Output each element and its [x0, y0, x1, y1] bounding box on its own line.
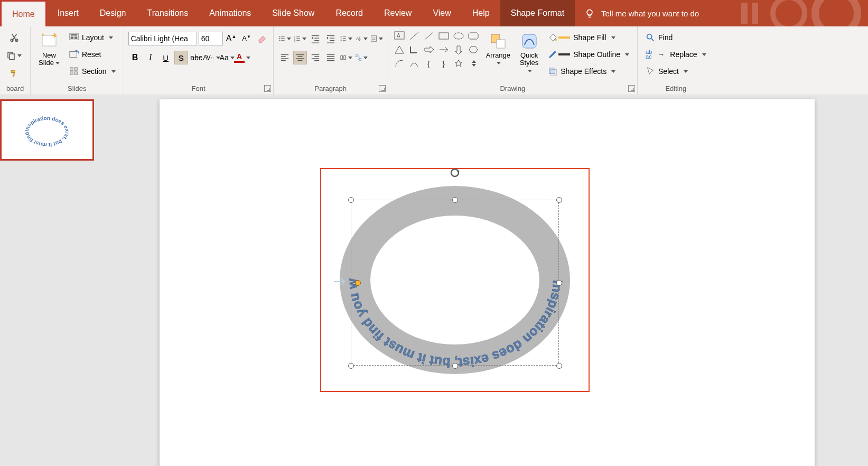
shape-line2[interactable] [422, 30, 436, 42]
font-name-input[interactable] [128, 32, 197, 45]
tab-help[interactable]: Help [462, 0, 500, 26]
svg-text:3: 3 [294, 40, 295, 42]
arrange-button[interactable]: Arrange [482, 30, 514, 70]
format-painter-button[interactable] [4, 67, 24, 80]
shape-fill-button[interactable]: Shape Fill [544, 31, 633, 44]
numbering-button[interactable]: 123 [293, 32, 307, 45]
select-button[interactable]: Select [642, 64, 710, 78]
tab-view[interactable]: View [422, 0, 461, 26]
handle-e[interactable] [556, 280, 562, 286]
outdent-button[interactable] [309, 32, 322, 45]
columns-button[interactable] [339, 51, 353, 64]
drawing-dialog-launcher[interactable] [628, 85, 635, 92]
quick-styles-button[interactable]: Quick Styles [516, 30, 542, 77]
bold-button[interactable]: B [128, 51, 142, 64]
shape-star[interactable] [452, 57, 465, 70]
reset-button[interactable]: Reset [66, 48, 119, 61]
shapes-gallery[interactable]: A { } [393, 30, 480, 70]
shape-oval[interactable] [452, 30, 465, 42]
slide-thumbnails: Inspiration does exist, but it must find… [0, 95, 106, 466]
shape-line[interactable] [407, 30, 421, 42]
shapes-more[interactable] [466, 57, 480, 70]
shape-roundrect[interactable] [466, 30, 480, 42]
arrange-icon [489, 32, 507, 50]
tab-shape-format[interactable]: Shape Format [500, 0, 575, 26]
shape-conn[interactable] [393, 57, 406, 70]
handle-sw[interactable] [348, 363, 354, 369]
find-button[interactable]: Find [642, 31, 710, 44]
change-case-button[interactable]: Aa [220, 51, 234, 64]
layout-button[interactable]: Layout [66, 31, 119, 44]
underline-button[interactable]: U [159, 51, 173, 64]
svg-rect-18 [74, 72, 77, 74]
group-label-drawing: Drawing [393, 83, 633, 95]
eraser-icon [257, 34, 267, 43]
svg-rect-12 [71, 36, 73, 39]
shape-textbox[interactable]: A [393, 30, 406, 42]
tab-slideshow[interactable]: Slide Show [262, 0, 325, 26]
shape-brace-l[interactable]: { [422, 57, 436, 70]
shape-brace-r[interactable]: } [437, 57, 451, 70]
cursor-icon [646, 67, 655, 76]
tab-record[interactable]: Record [325, 0, 374, 26]
handle-se[interactable] [556, 363, 562, 369]
font-size-input[interactable] [199, 32, 223, 45]
bullets-button[interactable] [278, 32, 292, 45]
effects-icon [548, 67, 557, 76]
smartart-button[interactable] [354, 51, 368, 64]
tab-transitions[interactable]: Transitions [137, 0, 199, 26]
section-button[interactable]: Section [66, 64, 119, 78]
italic-button[interactable]: I [144, 51, 157, 64]
shape-outline-button[interactable]: Shape Outline [544, 48, 633, 61]
new-slide-button[interactable]: New Slide [35, 30, 63, 70]
align-center-button[interactable] [293, 51, 307, 64]
slide-canvas[interactable]: Inspiration does exist, but it must find… [160, 99, 815, 466]
char-spacing-button[interactable]: AV↔ [205, 51, 219, 64]
handle-adjust[interactable] [355, 280, 361, 286]
align-left-button[interactable] [278, 51, 292, 64]
strike-button[interactable]: abc [190, 51, 203, 64]
shape-triangle[interactable] [393, 43, 406, 56]
shape-l[interactable] [407, 43, 421, 56]
cut-button[interactable] [4, 31, 24, 44]
tab-home[interactable]: Home [0, 0, 47, 26]
text-direction-button[interactable]: A [354, 32, 368, 45]
pen-icon [548, 50, 557, 59]
grow-font-button[interactable]: A▲ [225, 32, 238, 45]
group-label-clipboard: board [4, 83, 26, 95]
shape-arrow[interactable] [422, 43, 436, 56]
shape-hex[interactable] [466, 43, 480, 56]
line-spacing-button[interactable] [339, 32, 353, 45]
slide-thumb-1[interactable]: Inspiration does exist, but it must find… [0, 99, 94, 161]
shape-arrow2[interactable] [437, 43, 451, 56]
clear-format-button[interactable] [255, 32, 269, 45]
shrink-font-button[interactable]: A▼ [240, 32, 254, 45]
handle-s[interactable] [452, 363, 458, 369]
tab-review[interactable]: Review [374, 0, 422, 26]
rotate-handle[interactable] [449, 167, 461, 179]
tab-insert[interactable]: Insert [47, 0, 89, 26]
handle-nw[interactable] [348, 197, 354, 203]
replace-button[interactable]: abac→Replace [642, 48, 710, 61]
svg-rect-38 [549, 68, 555, 74]
shape-rect[interactable] [437, 30, 451, 42]
handle-ne[interactable] [556, 197, 562, 203]
tab-animations[interactable]: Animations [199, 0, 262, 26]
shadow-button[interactable]: S [174, 51, 188, 64]
align-text-v-button[interactable] [370, 32, 384, 45]
new-slide-icon [40, 32, 58, 50]
tell-me-search[interactable]: Tell me what you want to do [575, 8, 708, 18]
justify-button[interactable] [324, 51, 338, 64]
handle-n[interactable] [452, 197, 458, 203]
tab-design[interactable]: Design [89, 0, 137, 26]
shape-effects-button[interactable]: Shape Effects [544, 64, 633, 78]
caret-indicator [334, 277, 348, 286]
font-dialog-launcher[interactable] [264, 85, 271, 92]
copy-button[interactable] [4, 49, 24, 62]
indent-button[interactable] [324, 32, 338, 45]
paragraph-dialog-launcher[interactable] [379, 85, 386, 92]
font-color-button[interactable]: A [236, 51, 249, 64]
align-right-button[interactable] [309, 51, 322, 64]
shape-arc[interactable] [407, 57, 421, 70]
shape-arrow-down[interactable] [452, 43, 465, 56]
